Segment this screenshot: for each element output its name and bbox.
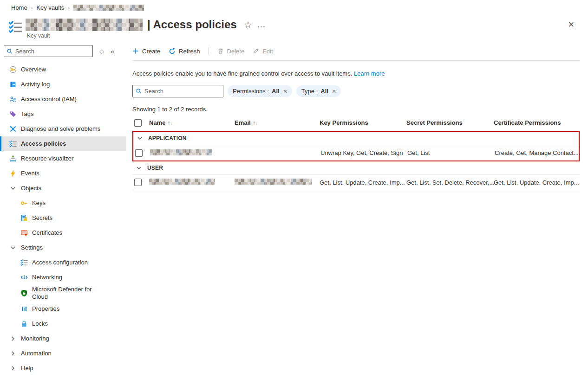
checklist-icon — [9, 140, 17, 148]
sidebar-item-networking[interactable]: Networking — [0, 270, 126, 285]
lock-icon — [20, 320, 28, 328]
sidebar-item-events[interactable]: Events — [0, 166, 126, 181]
breadcrumb-key-vaults[interactable]: Key vaults — [36, 4, 64, 11]
breadcrumb: Home › Key vaults › — [11, 4, 144, 11]
sidebar-item-label: Microsoft Defender for Cloud — [32, 286, 102, 301]
sidebar-item-activity-log[interactable]: Activity log — [0, 77, 126, 92]
sidebar-item-defender[interactable]: Microsoft Defender for Cloud — [0, 285, 126, 302]
checklist-icon — [20, 259, 28, 266]
page-header: | Access policies ☆ … Key vault × — [7, 16, 584, 42]
chevron-down-icon — [9, 185, 17, 192]
secret-icon — [20, 214, 28, 222]
filter-pill-permissions[interactable]: Permissions :All × — [228, 85, 292, 97]
collapse-sidebar-icon[interactable]: « — [111, 47, 114, 55]
dock-icon[interactable]: ◇ — [99, 48, 104, 55]
column-key-permissions: Key Permissions — [320, 119, 368, 126]
sidebar-item-certificates[interactable]: Certificates — [0, 225, 126, 240]
diagram-icon — [9, 155, 17, 162]
refresh-button[interactable]: Refresh — [169, 48, 200, 55]
activity-log-icon — [9, 81, 17, 88]
breadcrumb-vault-name-redacted[interactable] — [73, 5, 144, 11]
sidebar-item-label: Access configuration — [32, 259, 88, 266]
more-options-icon[interactable]: … — [257, 19, 267, 30]
table-search-field[interactable] — [144, 88, 220, 95]
sidebar-item-properties[interactable]: Properties — [0, 302, 126, 316]
learn-more-link[interactable]: Learn more — [354, 70, 385, 77]
tag-icon — [9, 110, 17, 118]
sidebar-group-settings[interactable]: Settings — [0, 240, 126, 255]
trash-icon — [217, 48, 224, 54]
user-email-redacted — [235, 179, 312, 185]
sidebar-item-resource-visualizer[interactable]: Resource visualizer — [0, 151, 126, 166]
chevron-right-icon: › — [31, 5, 33, 11]
sidebar-group-help[interactable]: Help — [0, 361, 126, 376]
favorite-star-icon[interactable]: ☆ — [244, 19, 252, 30]
shield-icon — [20, 289, 28, 297]
sidebar-item-overview[interactable]: Overview — [0, 62, 126, 77]
sidebar-item-label: Tags — [21, 110, 33, 118]
sidebar-group-monitoring[interactable]: Monitoring — [0, 331, 126, 346]
sidebar-item-access-policies[interactable]: Access policies — [0, 136, 126, 151]
breadcrumb-home[interactable]: Home — [11, 4, 27, 11]
chevron-down-icon — [136, 165, 142, 171]
sidebar-search-field[interactable] — [15, 48, 90, 55]
sidebar-group-automation[interactable]: Automation — [0, 346, 126, 361]
resource-type-label: Key vault — [27, 32, 50, 39]
sidebar-item-diagnose[interactable]: Diagnose and solve problems — [0, 122, 126, 136]
table-search-input[interactable] — [132, 85, 223, 97]
create-button[interactable]: Create — [132, 48, 160, 55]
row-checkbox[interactable] — [134, 179, 142, 186]
highlight-box: APPLICATION Unwrap Key, Get, Create, Sig… — [132, 131, 580, 161]
sidebar-search-input[interactable] — [4, 45, 93, 57]
sidebar-item-label: Activity log — [21, 81, 50, 88]
table-row-application[interactable]: Unwrap Key, Get, Create, Sign Get, List … — [133, 145, 579, 161]
records-summary: Showing 1 to 2 of 2 records. — [132, 106, 580, 113]
group-header-user[interactable]: USER — [132, 161, 580, 175]
certificate-permissions-cell: Create, Get, Manage Contact... — [495, 149, 581, 156]
pencil-icon — [253, 48, 259, 54]
select-all-checkbox[interactable] — [134, 119, 142, 127]
lightning-icon — [9, 170, 17, 177]
user-name-redacted — [149, 179, 215, 185]
column-certificate-permissions: Certificate Permissions — [494, 119, 561, 126]
edit-button[interactable]: Edit — [253, 48, 273, 55]
chevron-right-icon — [9, 365, 17, 372]
delete-button[interactable]: Delete — [217, 48, 245, 55]
sidebar-item-keys[interactable]: Keys — [0, 196, 126, 211]
sidebar-item-locks[interactable]: Locks — [0, 316, 126, 331]
sidebar-item-label: Diagnose and solve problems — [21, 125, 100, 133]
sidebar-item-label: Locks — [32, 320, 48, 328]
secret-permissions-cell: Get, List — [407, 149, 495, 156]
sidebar: ◇ « Overview Activity log Access — [0, 45, 126, 379]
search-icon — [7, 48, 13, 54]
table-row-user[interactable]: Get, List, Update, Create, Imp... Get, L… — [132, 175, 580, 190]
sidebar-item-label: Keys — [32, 199, 46, 207]
sidebar-group-label: Monitoring — [21, 335, 49, 342]
key-icon — [20, 199, 28, 207]
remove-filter-icon[interactable]: × — [332, 88, 336, 95]
remove-filter-icon[interactable]: × — [283, 88, 287, 95]
sidebar-item-tags[interactable]: Tags — [0, 107, 126, 122]
table-header-row: Name ↑↓ Email ↑↓ Key Permissions Secret … — [132, 116, 580, 129]
sidebar-item-access-control-iam[interactable]: Access control (IAM) — [0, 92, 126, 107]
column-email[interactable]: Email — [235, 119, 251, 126]
row-checkbox[interactable] — [135, 149, 143, 157]
sidebar-item-label: Resource visualizer — [21, 155, 73, 162]
tools-icon — [9, 125, 17, 133]
sidebar-group-label: Help — [21, 365, 33, 372]
properties-icon — [20, 305, 28, 313]
people-icon — [9, 96, 17, 103]
sidebar-item-secrets[interactable]: Secrets — [0, 211, 126, 225]
overview-icon — [9, 66, 17, 73]
filter-pill-type[interactable]: Type :All × — [296, 85, 341, 97]
column-name[interactable]: Name — [149, 119, 165, 126]
sidebar-item-label: Certificates — [32, 229, 62, 237]
sidebar-group-objects[interactable]: Objects — [0, 181, 126, 196]
group-header-application[interactable]: APPLICATION — [133, 132, 579, 145]
close-icon[interactable]: × — [568, 19, 574, 30]
sidebar-group-label: Settings — [21, 244, 43, 251]
chevron-right-icon — [9, 335, 17, 342]
sidebar-item-access-configuration[interactable]: Access configuration — [0, 255, 126, 270]
main-content: Create Refresh Delete Edit Access polici… — [132, 45, 580, 190]
certificate-permissions-cell: Get, List, Update, Create, Imp... — [494, 179, 580, 186]
